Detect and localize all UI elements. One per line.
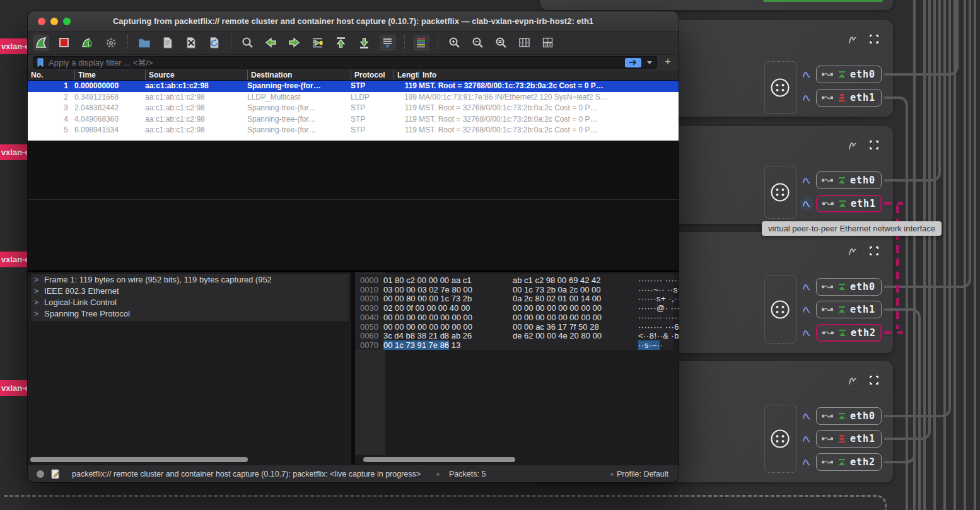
profile-label[interactable]: Profile: Default bbox=[617, 470, 668, 478]
traffic-wave-icon[interactable] bbox=[800, 197, 814, 211]
container-node-icon[interactable] bbox=[769, 299, 791, 320]
save-capture-file-button[interactable] bbox=[160, 35, 176, 51]
expander-icon[interactable]: > bbox=[34, 310, 38, 318]
packet-row[interactable]: 44.049068360aa:c1:ab:c1:c2:98Spanning-tr… bbox=[28, 114, 679, 125]
expander-icon[interactable]: > bbox=[34, 275, 38, 284]
zoom-window-button[interactable] bbox=[63, 18, 71, 25]
packet-row[interactable]: 10.000000000aa:c1:ab:c1:c2:98Spanning-tr… bbox=[28, 81, 679, 92]
column-header-no[interactable]: No. bbox=[28, 70, 74, 80]
expand-icon[interactable] bbox=[868, 374, 880, 390]
column-header-source[interactable]: Source bbox=[145, 70, 247, 80]
expand-icon[interactable] bbox=[868, 33, 880, 49]
apply-filter-button[interactable] bbox=[625, 58, 641, 67]
traffic-wave-icon[interactable] bbox=[800, 326, 814, 340]
interface-pill-eth2[interactable]: eth2 bbox=[816, 453, 882, 471]
traffic-wave-icon[interactable] bbox=[800, 432, 814, 446]
column-header-info[interactable]: Info bbox=[419, 70, 679, 80]
column-header-protocol[interactable]: Protocol bbox=[351, 70, 394, 80]
capture-squiggle-icon[interactable] bbox=[847, 245, 860, 260]
container-node-icon[interactable] bbox=[769, 77, 791, 98]
node-name-badge[interactable]: vxlan-e bbox=[0, 144, 29, 160]
detail-tree-item[interactable]: >IEEE 802.3 Ethernet bbox=[34, 286, 119, 298]
zoom-in-button[interactable] bbox=[446, 35, 463, 51]
interface-pill-eth0[interactable]: eth0 bbox=[816, 407, 882, 425]
capture-squiggle-icon[interactable] bbox=[847, 374, 860, 390]
status-separator bbox=[610, 473, 614, 476]
packet-row[interactable]: 56.098941534aa:c1:ab:c1:c2:98Spanning-tr… bbox=[28, 125, 679, 136]
packet-list-empty-area[interactable] bbox=[28, 199, 679, 270]
go-back-button[interactable] bbox=[263, 35, 279, 51]
go-to-last-packet-button[interactable] bbox=[356, 35, 373, 51]
restart-capture-button[interactable] bbox=[79, 35, 96, 51]
hex-dump-pane[interactable]: 000001 80 c2 00 00 00 aa c1ab c1 c2 98 0… bbox=[355, 272, 679, 465]
interface-pill-eth1[interactable]: eth1 bbox=[816, 301, 882, 318]
container-node-icon[interactable] bbox=[769, 428, 791, 449]
filter-bookmark-icon[interactable] bbox=[36, 57, 45, 67]
interface-pill-eth1[interactable]: eth1 bbox=[816, 89, 882, 107]
expand-icon[interactable] bbox=[868, 139, 880, 154]
interface-pill-eth1-captured[interactable]: eth1 bbox=[816, 195, 882, 212]
expander-icon[interactable]: > bbox=[34, 287, 38, 296]
close-window-button[interactable] bbox=[38, 18, 45, 25]
capture-squiggle-icon[interactable] bbox=[847, 33, 860, 49]
display-filter-input[interactable]: Apply a display filter ... <⌘/> bbox=[33, 56, 657, 69]
container-node-icon[interactable] bbox=[769, 182, 791, 203]
scrollbar-thumb[interactable] bbox=[30, 457, 248, 462]
start-capture-button[interactable] bbox=[33, 35, 49, 51]
detail-tree-item[interactable]: >Frame 1: 119 bytes on wire (952 bits), … bbox=[34, 275, 272, 286]
column-header-length[interactable]: Length bbox=[394, 70, 419, 80]
traffic-wave-icon[interactable] bbox=[800, 91, 814, 105]
capture-options-button[interactable] bbox=[103, 35, 119, 51]
interface-pill-eth0[interactable]: eth0 bbox=[816, 278, 882, 296]
stop-capture-button[interactable] bbox=[56, 35, 73, 51]
go-to-packet-button[interactable] bbox=[310, 35, 326, 51]
traffic-wave-icon[interactable] bbox=[800, 455, 814, 469]
packet-row[interactable]: 20.349121668aa:c1:ab:c1:c2:98LLDP_Multic… bbox=[28, 92, 679, 103]
details-hscrollbar[interactable] bbox=[30, 457, 346, 462]
traffic-wave-icon[interactable] bbox=[800, 67, 814, 81]
add-filter-button[interactable]: + bbox=[662, 57, 674, 68]
packet-details-pane[interactable]: >Frame 1: 119 bytes on wire (952 bits), … bbox=[28, 272, 351, 465]
shark-fin-icon bbox=[33, 35, 49, 50]
column-header-destination[interactable]: Destination bbox=[247, 70, 351, 80]
number-columns-button[interactable]: 123 bbox=[540, 35, 556, 51]
filter-history-dropdown[interactable] bbox=[645, 58, 654, 67]
interface-pill-eth0[interactable]: eth0 bbox=[816, 171, 882, 189]
traffic-wave-icon[interactable] bbox=[800, 173, 814, 187]
colorize-packets-button[interactable] bbox=[413, 35, 429, 51]
traffic-wave-icon[interactable] bbox=[800, 409, 814, 423]
cable-icon bbox=[821, 458, 834, 466]
node-name-badge[interactable]: vxlan-e bbox=[0, 38, 29, 54]
hex-hscrollbar[interactable] bbox=[358, 457, 673, 462]
capture-squiggle-icon[interactable] bbox=[847, 139, 860, 154]
node-name-badge[interactable]: vxlan-e bbox=[0, 252, 29, 267]
expander-icon[interactable]: > bbox=[34, 298, 38, 307]
column-header-time[interactable]: Time bbox=[74, 70, 145, 80]
close-capture-file-button[interactable] bbox=[183, 35, 199, 51]
traffic-wave-icon[interactable] bbox=[800, 280, 814, 294]
interface-tooltip: virtual peer-to-peer Ethernet network in… bbox=[762, 221, 942, 236]
detail-tree-item[interactable]: >Logical-Link Control bbox=[34, 298, 117, 309]
auto-scroll-button[interactable] bbox=[380, 35, 396, 51]
packet-row[interactable]: 32.048362442aa:c1:ab:c1:c2:98Spanning-tr… bbox=[28, 103, 679, 114]
expert-info-icon[interactable] bbox=[50, 468, 61, 480]
resize-columns-button[interactable] bbox=[516, 35, 533, 51]
interface-pill-eth2-captured[interactable]: eth2 bbox=[816, 324, 882, 342]
find-packet-button[interactable] bbox=[240, 35, 256, 51]
interface-pill-eth1[interactable]: eth1 bbox=[816, 430, 882, 448]
node-name-badge[interactable]: vxlan-e bbox=[0, 380, 29, 396]
minimize-window-button[interactable] bbox=[50, 18, 58, 25]
interface-pill-eth0[interactable]: eth0 bbox=[816, 66, 882, 83]
go-forward-button[interactable] bbox=[286, 35, 303, 51]
traffic-wave-icon[interactable] bbox=[800, 303, 814, 316]
capture-status-dot[interactable] bbox=[37, 470, 44, 478]
scrollbar-thumb[interactable] bbox=[363, 457, 515, 462]
zoom-reset-button[interactable] bbox=[493, 35, 510, 51]
expand-icon[interactable] bbox=[868, 245, 880, 260]
reload-capture-file-button[interactable] bbox=[206, 35, 223, 51]
title-bar[interactable]: Capturing from packetflix:// remote clus… bbox=[28, 11, 679, 32]
open-capture-file-button[interactable] bbox=[136, 35, 153, 51]
go-to-first-packet-button[interactable] bbox=[333, 35, 349, 51]
zoom-out-button[interactable] bbox=[470, 35, 486, 51]
detail-tree-item[interactable]: >Spanning Tree Protocol bbox=[34, 309, 130, 320]
